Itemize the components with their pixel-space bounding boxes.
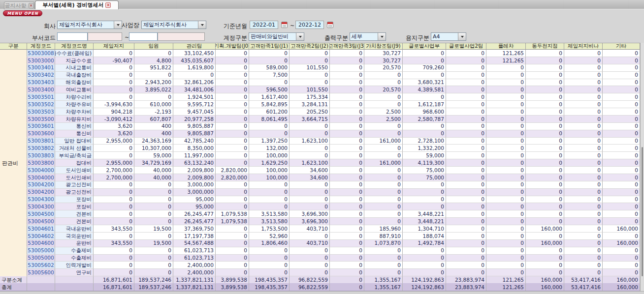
column-header[interactable]: 가치창조팀(J9) bbox=[364, 43, 403, 50]
table-row[interactable]: 53003803부의금/축의금059,00011,997,0000100,000… bbox=[0, 152, 640, 159]
table-row[interactable]: 53003503차량주차비904,218-2,1939,457,0450601,… bbox=[0, 108, 640, 116]
cell: 0 bbox=[526, 167, 564, 174]
table-row[interactable]: 53004500견본비0026,245,4771,079,5383,513,58… bbox=[0, 218, 640, 225]
column-header[interactable]: 기획.개발팀(J0) bbox=[216, 43, 249, 50]
column-header[interactable]: 계정코드명 bbox=[55, 43, 94, 50]
table-row[interactable]: 53004600운반비343,55019,50054,567,48801,806… bbox=[0, 240, 640, 247]
table-row[interactable]: 53003501차량수리비001,924,50101,617,400175,33… bbox=[0, 93, 640, 101]
table-row[interactable]: 53004602국외운반비0017,197,738052,96000887,91… bbox=[0, 233, 640, 240]
calendar-icon[interactable] bbox=[281, 22, 288, 28]
cell: 1,806,460 bbox=[249, 240, 290, 247]
column-header[interactable]: 관리팀 bbox=[173, 43, 216, 50]
table-row[interactable]: 53003400여비교통비03,895,02234,481,0060596,50… bbox=[0, 86, 640, 93]
column-header[interactable]: 임원 bbox=[134, 43, 173, 50]
column-header[interactable]: 고객만족1팀(J1) bbox=[249, 43, 290, 50]
column-header[interactable]: 제일저지비나 bbox=[564, 43, 603, 50]
column-header[interactable]: 글로벌사업부 bbox=[403, 43, 446, 50]
table-row[interactable]: 53003403해외출장비02,943,20032,861,206000003,… bbox=[0, 79, 640, 87]
table-row[interactable]: 53004000도서인쇄비2,700,00040,0002,009,8002,8… bbox=[0, 167, 640, 174]
paper-type-select[interactable]: A4 bbox=[431, 32, 466, 41]
dept-code-from-input[interactable] bbox=[57, 32, 88, 41]
output-type-select[interactable]: 세부 bbox=[350, 32, 386, 41]
cell: 0 bbox=[134, 93, 173, 101]
scrollbar-thumb[interactable] bbox=[642, 147, 643, 276]
table-row[interactable]: 53003008급수수료(클레임)0033,102,450000030,7270… bbox=[0, 50, 640, 57]
column-header[interactable]: 글로벌사업2팀 bbox=[446, 43, 486, 50]
cell: 0 bbox=[446, 247, 486, 255]
table-row[interactable]: 53003600통신비3,6204009,805,88700000000000 bbox=[0, 130, 640, 138]
close-icon[interactable]: ✕ bbox=[29, 3, 34, 8]
vertical-scrollbar[interactable] bbox=[640, 43, 644, 291]
cell: 0 bbox=[603, 138, 640, 145]
column-header[interactable]: 고객만족3팀(J3) bbox=[330, 43, 364, 50]
cell: 0 bbox=[603, 233, 640, 240]
cell: 59,000 bbox=[134, 152, 173, 159]
cell: 53004200 bbox=[27, 189, 55, 196]
close-icon[interactable]: ✕ bbox=[105, 2, 111, 8]
column-header[interactable]: 고객만족2팀(J2) bbox=[290, 43, 330, 50]
subtotal-row[interactable]: 구분소계16,871,601189,537,2461,337,821,1313,… bbox=[0, 276, 640, 284]
tab-expense-report[interactable]: 부서별(세목) 경비명세서 ✕ bbox=[35, 0, 119, 9]
table-row[interactable]: 53003502차량주유비-3,994,630610,0009,595,7120… bbox=[0, 101, 640, 108]
calendar-icon[interactable] bbox=[327, 22, 333, 28]
table-row[interactable]: 53004601국내운반비343,55019,50037,369,75001,7… bbox=[0, 225, 640, 233]
menu-open-button[interactable]: MENU OPEN bbox=[3, 10, 42, 16]
column-header[interactable]: 플레차 bbox=[486, 43, 526, 50]
cell: 차량수리비 bbox=[55, 93, 94, 101]
cell: 0 bbox=[216, 72, 249, 79]
period-to-input[interactable]: 2022-12 bbox=[295, 21, 324, 29]
table-row[interactable]: 53003500차량유지비-3,090,412607,80720,977,258… bbox=[0, 116, 640, 123]
cell bbox=[0, 189, 27, 196]
table-row[interactable]: 53003402국내출장비00007,500000000000 bbox=[0, 72, 640, 79]
total-row[interactable]: 총계16,871,601189,537,2461,337,821,1313,89… bbox=[0, 284, 640, 291]
cell: 0 bbox=[486, 145, 526, 152]
cell: 0 bbox=[216, 116, 249, 123]
dept-name-from-input[interactable] bbox=[88, 32, 122, 41]
table-row[interactable]: 53005000수출제비0061,023,71300000000000 bbox=[0, 255, 640, 262]
account-type-select[interactable]: 판매비와일반비 bbox=[249, 32, 304, 41]
chevron-down-icon bbox=[296, 33, 304, 40]
cell: 0 bbox=[603, 64, 640, 72]
cell: 30,727 bbox=[364, 50, 403, 57]
cell: 610,000 bbox=[134, 101, 173, 108]
site-label: 사업장 bbox=[112, 21, 139, 29]
grid-header-row: 구분계정코드계정코드명제일저지임원관리팀기획.개발팀(J0)고객만족1팀(J1)… bbox=[0, 43, 640, 50]
cell: 2,500 bbox=[364, 116, 403, 123]
cell: 0 bbox=[486, 262, 526, 269]
table-row[interactable]: 53005602인력개발비002,400,00000000000000 bbox=[0, 262, 640, 269]
column-header[interactable]: 동두천지점 bbox=[526, 43, 564, 50]
cell: 0 bbox=[603, 247, 640, 255]
cell: 0 bbox=[330, 218, 364, 225]
table-row[interactable]: 53004200광고선전비003,000,00000000000000 bbox=[0, 189, 640, 196]
table-row[interactable]: 53003801일반 접대비2,955,00024,363,16942,785,… bbox=[0, 138, 640, 145]
cell: 0 bbox=[364, 203, 403, 210]
table-row[interactable]: 53004000도서인쇄비2,700,00040,0002,009,8002,8… bbox=[0, 174, 640, 181]
period-from-input[interactable]: 2022-01 bbox=[250, 21, 278, 29]
tab-notice[interactable]: 공지사항 ✕ bbox=[4, 1, 34, 9]
table-row[interactable]: 53005600연구비002,400,00000000000000 bbox=[0, 269, 640, 276]
column-header[interactable]: 제일저지 bbox=[94, 43, 134, 50]
table-row[interactable]: 53003000지급수수료-90,4074,800435,035,6070000… bbox=[0, 57, 640, 64]
table-row[interactable]: 53005000수출제비0061,023,71300000000000 bbox=[0, 247, 640, 255]
cell: 53005000 bbox=[27, 247, 55, 255]
tab-notice-label: 공지사항 bbox=[5, 2, 27, 9]
table-row[interactable]: 53004300포장비0095,00000000000000 bbox=[0, 196, 640, 204]
table-row[interactable]: 53004200광고선전비003,000,00000000000000 bbox=[0, 181, 640, 189]
table-row[interactable]: 53003800접대비2,955,00034,729,16963,132,240… bbox=[0, 159, 640, 167]
table-row[interactable]: 53003401시내교통비0951,8221,619,8000589,00010… bbox=[0, 64, 640, 72]
table-row[interactable]: 53003601통신비3,6204009,805,88700000000000 bbox=[0, 123, 640, 130]
dept-code-to-input[interactable] bbox=[129, 32, 158, 41]
cell: 601,200 bbox=[249, 108, 290, 116]
dept-separator: ~ bbox=[125, 34, 129, 41]
cell: 0 bbox=[526, 145, 564, 152]
table-row[interactable]: 53003802거래처 선물비010,307,0008,350,0000132,… bbox=[0, 145, 640, 152]
dept-name-to-input[interactable] bbox=[158, 32, 205, 41]
column-header[interactable]: 기타 bbox=[603, 43, 640, 50]
column-header[interactable]: 계정코드 bbox=[27, 43, 55, 50]
cell: 0 bbox=[603, 86, 640, 93]
table-row[interactable]: 53004300포장비0095,00000000000000 bbox=[0, 203, 640, 210]
table-row[interactable]: 53004500견본비0026,245,4771,079,5383,513,58… bbox=[0, 210, 640, 218]
cell: 0 bbox=[134, 203, 173, 210]
site-select[interactable]: 제일저지주식회사 bbox=[141, 21, 206, 29]
column-header[interactable]: 구분 bbox=[0, 43, 27, 50]
